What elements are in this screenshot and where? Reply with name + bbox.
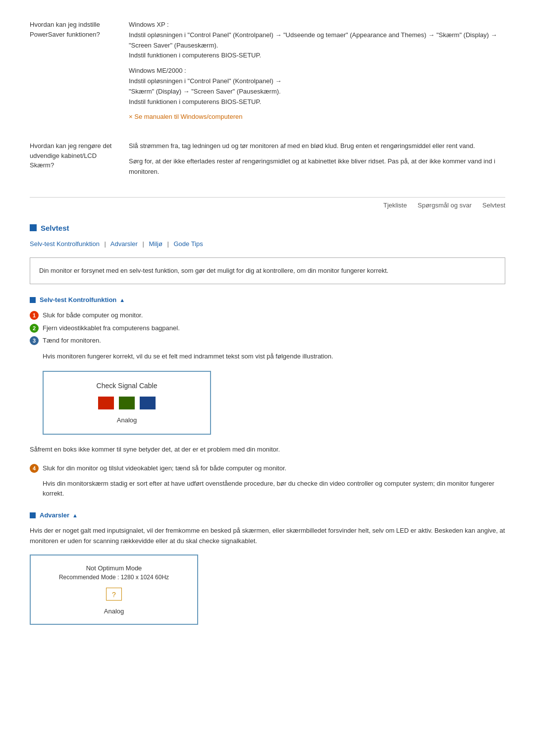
selvtest-subnav: Selv-test Kontrolfunktion | Advarsler | … (30, 240, 505, 248)
subnav-sep-1: | (105, 240, 106, 248)
step-3-note: Hvis monitoren fungerer korrekt, vil du … (43, 352, 505, 361)
signal-cable-box: Check Signal Cable Analog (43, 371, 211, 435)
step-2-text: Fjern videostikkablet fra computerens ba… (43, 323, 180, 333)
selvtest-description-text: Din monitor er forsynet med en selv-test… (39, 267, 388, 274)
notopt-title: Not Optimum Mode (36, 564, 192, 572)
selvtest-title-icon (30, 224, 37, 231)
selvtest-title: Selvtest (41, 224, 69, 232)
subnav-sep-3: | (167, 240, 168, 248)
signal-red-square (98, 397, 114, 409)
faq-section: Hvordan kan jeg indstille PowerSaver fun… (30, 20, 505, 182)
step-4: 4 Sluk for din monitor og tilslut videok… (30, 463, 505, 473)
step-4-note: Hvis din monitorskærm stadig er sort eft… (43, 479, 505, 498)
not-optimum-box: Not Optimum Mode Recommended Mode : 1280… (30, 554, 198, 625)
notopt-analog: Analog (36, 607, 192, 615)
notopt-question-mark: ? (106, 588, 122, 601)
faq-question-2: Hvordan kan jeg rengøre det udvendige ka… (30, 141, 129, 182)
signal-analog-label: Analog (49, 416, 205, 424)
step-4-list: 4 Sluk for din monitor og tilslut videok… (30, 463, 505, 473)
step-3-text: Tænd for monitoren. (43, 336, 101, 346)
subnav-advarsler[interactable]: Advarsler (110, 240, 138, 248)
nav-bar: Tjekliste Spørgsmål og svar Selvtest (30, 197, 505, 209)
step-2-badge: 2 (30, 324, 39, 333)
after-signal-box-text: Såfremt en boks ikke kommer til syne bet… (30, 445, 505, 454)
kontrolfunktion-heading: Selv-test Kontrolfunktion ▲ (30, 296, 505, 303)
kontrolfunktion-icon (30, 297, 36, 303)
subnav-miljo[interactable]: Miljø (149, 240, 162, 248)
faq-row-1: Hvordan kan jeg indstille PowerSaver fun… (30, 20, 505, 127)
faq-answer-1-block-1: Windows XP : Indstil opløsningen i "Cont… (129, 20, 505, 61)
faq-row-2: Hvordan kan jeg rengøre det udvendige ka… (30, 141, 505, 182)
step-1: 1 Sluk for både computer og monitor. (30, 310, 505, 320)
selvtest-section: Selvtest Selv-test Kontrolfunktion | Adv… (30, 224, 505, 625)
step-4-badge: 4 (30, 464, 39, 473)
faq-answer-2: Slå strømmen fra, tag ledningen ud og tø… (129, 141, 505, 182)
step-2: 2 Fjern videostikkablet fra computerens … (30, 323, 505, 333)
subnav-sep-2: | (142, 240, 144, 248)
step-1-text: Sluk for både computer og monitor. (43, 310, 143, 320)
faq-answer-1: Windows XP : Indstil opløsningen i "Cont… (129, 20, 505, 127)
subnav-kontrolfunktion[interactable]: Selv-test Kontrolfunktion (30, 240, 100, 248)
nav-selvtest[interactable]: Selvtest (482, 202, 505, 209)
notopt-subtitle: Recommended Mode : 1280 x 1024 60Hz (36, 574, 192, 581)
step-3: 3 Tænd for monitoren. (30, 336, 505, 346)
advarsler-arrow: ▲ (72, 512, 78, 518)
nav-tjekliste[interactable]: Tjekliste (383, 202, 407, 209)
faq-answer-1-block-2: Windows ME/2000 : Indstil opløsningen i … (129, 66, 505, 107)
step-1-badge: 1 (30, 311, 39, 320)
faq-answer-2-block-2: Sørg for, at der ikke efterlades rester … (129, 156, 505, 177)
kontrolfunktion-arrow: ▲ (119, 297, 125, 303)
advarsler-title: Advarsler (40, 511, 69, 519)
subnav-godetips[interactable]: Gode Tips (173, 240, 203, 248)
steps-list: 1 Sluk for både computer og monitor. 2 F… (30, 310, 505, 346)
advarsler-icon (30, 512, 36, 518)
windows-manual-link[interactable]: Se manualen til Windows/computeren (129, 113, 242, 120)
signal-cable-title: Check Signal Cable (49, 382, 205, 390)
selvtest-title-row: Selvtest (30, 224, 505, 232)
signal-colors (49, 397, 205, 409)
advarsler-heading: Advarsler ▲ (30, 511, 505, 519)
faq-question-1: Hvordan kan jeg indstille PowerSaver fun… (30, 20, 129, 127)
signal-green-square (119, 397, 135, 409)
advarsler-text: Hvis der er noget galt med inputsignalet… (30, 526, 505, 547)
faq-answer-1-link[interactable]: Se manualen til Windows/computeren (129, 112, 505, 122)
step-3-badge: 3 (30, 336, 39, 345)
kontrolfunktion-title: Selv-test Kontrolfunktion (40, 296, 116, 303)
faq-answer-2-block-1: Slå strømmen fra, tag ledningen ud og tø… (129, 141, 505, 151)
selvtest-description-box: Din monitor er forsynet med en selv-test… (30, 257, 505, 285)
nav-sporgsmaal[interactable]: Spørgsmål og svar (418, 202, 472, 209)
signal-blue-square (140, 397, 156, 409)
step-4-text: Sluk for din monitor og tilslut videokab… (43, 463, 286, 473)
